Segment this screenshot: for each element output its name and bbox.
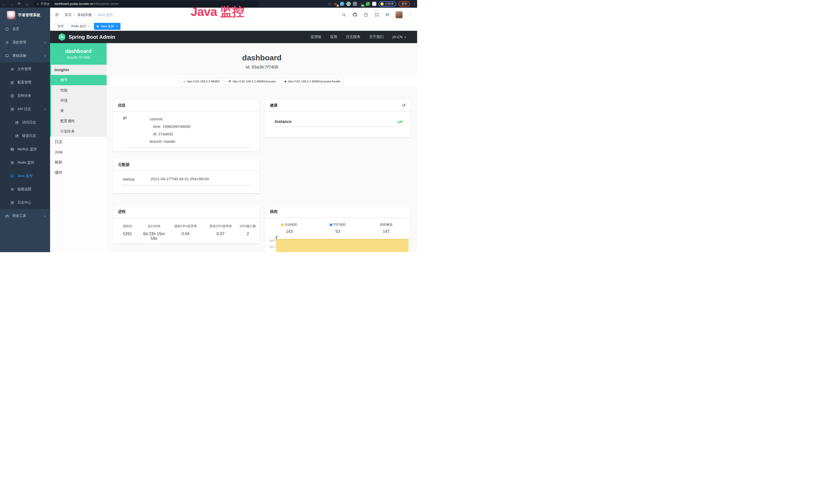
- sba-nav-wallboard[interactable]: 应用墙: [310, 35, 321, 39]
- browser-menu-icon[interactable]: ⋮: [413, 2, 415, 6]
- briefcase-icon: [5, 214, 9, 218]
- instance-menu-logs[interactable]: 日志: [50, 137, 107, 147]
- legend-item-daemon: 守护进程 53: [314, 223, 362, 234]
- instance-menu-environment[interactable]: 环境: [51, 95, 107, 106]
- sba-nav-journal[interactable]: 日志报表: [346, 35, 360, 39]
- extension-leaf-icon[interactable]: [366, 2, 370, 6]
- close-icon[interactable]: ×: [88, 25, 89, 28]
- health-instance-row: Instance UP: [265, 112, 411, 124]
- history-icon[interactable]: ↺: [402, 103, 405, 108]
- close-icon[interactable]: ×: [116, 25, 117, 28]
- table-icon: [10, 147, 14, 151]
- sidebar-item-label: 文件管理: [18, 67, 31, 71]
- sba-nav-applications[interactable]: 应用: [330, 35, 337, 39]
- browser-home-button[interactable]: ⌂: [23, 2, 31, 6]
- extension-y-icon[interactable]: y: [347, 2, 351, 6]
- instance-menu-details[interactable]: 细节: [50, 75, 107, 85]
- col-cpu-cores: CPU核心数: [238, 224, 258, 229]
- avatar[interactable]: [396, 11, 402, 18]
- heart-icon: ♥: [284, 79, 286, 84]
- tags-view-bar: 首页 Redis 监控 × Java 监控 ×: [50, 22, 417, 31]
- breadcrumb-separator: /: [74, 13, 75, 17]
- sba-logo-icon: [58, 33, 66, 41]
- app-menu: 首页 系统管理 ∨ 基础设施 ∧ 文件管理 配置管理 定时任务 API 日志: [0, 22, 50, 223]
- sidebar-item-label: 访问日志: [22, 120, 36, 125]
- breadcrumb-home[interactable]: 首页: [64, 13, 72, 17]
- metadata-card-title: 元数据: [118, 162, 129, 167]
- browser-forward-button[interactable]: →: [8, 2, 16, 6]
- bookmark-star-icon[interactable]: ☆: [328, 2, 331, 6]
- sidebar-item-infrastructure[interactable]: 基础设施 ∧: [0, 49, 50, 62]
- sidebar-item-home[interactable]: 首页: [0, 22, 50, 36]
- font-size-icon[interactable]: tT: [386, 13, 389, 17]
- tab-home[interactable]: 首页: [55, 23, 67, 30]
- sidebar-item-mysql-monitor[interactable]: MySQL 监控: [0, 142, 50, 156]
- search-icon[interactable]: [342, 13, 346, 17]
- health-url-label: http://192.168.0.2:48080/actuator/health: [288, 80, 340, 83]
- extension-switch-icon[interactable]: on: [359, 2, 364, 6]
- github-icon[interactable]: [352, 12, 357, 17]
- breadcrumb-current: Java 监控: [97, 13, 113, 17]
- sidebar-item-api-logs[interactable]: API 日志 ∧: [0, 102, 50, 116]
- sidebar-item-error-logs[interactable]: 错误日志: [0, 129, 50, 142]
- url-host: dashboard.yudao.iocoder.cn: [54, 2, 93, 6]
- sidebar-item-system-management[interactable]: 系统管理 ∨: [0, 36, 50, 49]
- instance-menu-jvm[interactable]: JVM: [50, 147, 107, 157]
- sidebar-item-dev-tools[interactable]: 研发工具 ∨: [0, 209, 50, 223]
- instance-menu-scheduled-tasks[interactable]: 计划任务: [51, 126, 107, 137]
- health-row-label: Instance: [275, 119, 291, 124]
- sidebar-item-tracing[interactable]: 链路追踪: [0, 183, 50, 196]
- sidebar-item-config-management[interactable]: 配置管理: [0, 76, 50, 89]
- hamburger-icon[interactable]: [55, 13, 59, 17]
- sidebar-item-access-logs[interactable]: 访问日志: [0, 116, 50, 129]
- instance-menu-classes[interactable]: 类: [51, 106, 107, 116]
- sidebar-item-log-center[interactable]: 日志中心: [0, 196, 50, 209]
- extension-pin-icon[interactable]: [340, 2, 344, 6]
- health-divider: [275, 126, 403, 127]
- breadcrumb-separator: /: [94, 13, 95, 17]
- edit-square-icon: [10, 201, 14, 205]
- sidebar-item-label: MySQL 监控: [18, 147, 37, 152]
- help-icon[interactable]: [364, 13, 368, 17]
- sidebar-item-java-monitor[interactable]: Java 监控: [0, 169, 50, 183]
- caret-down-icon[interactable]: ▾: [409, 13, 411, 17]
- git-id-line: id: 27aa832: [150, 130, 190, 138]
- actuator-url-button[interactable]: http://192.168.0.2:48080/actuator: [225, 77, 280, 85]
- service-url-label: http://192.168.0.2:48080/: [187, 80, 220, 83]
- browser-reload-button[interactable]: ⟳: [16, 2, 23, 6]
- threads-card-title: 线程: [270, 209, 278, 214]
- fullscreen-icon[interactable]: [375, 13, 379, 17]
- extension-grid-icon[interactable]: [353, 2, 357, 6]
- col-uptime: 运行时间: [140, 224, 168, 229]
- instance-menu-config-props[interactable]: 配置属性: [51, 116, 107, 126]
- extensions-puzzle-icon[interactable]: [372, 2, 376, 6]
- tab-java-monitor[interactable]: Java 监控 ×: [94, 23, 120, 30]
- profile-paused-chip[interactable]: 已暂停: [379, 1, 397, 7]
- y-tick-mark: [274, 240, 276, 241]
- breadcrumb-infrastructure[interactable]: 基础设施: [77, 13, 92, 17]
- sba-nav-about[interactable]: 关于我们: [369, 35, 383, 39]
- browser-back-button[interactable]: ←: [0, 2, 8, 6]
- service-url-button[interactable]: ⌂ http://192.168.0.2:48080/: [180, 77, 223, 85]
- not-secure-label[interactable]: 不安全: [41, 2, 50, 6]
- app-logo[interactable]: 芋道管理系统: [0, 8, 50, 22]
- chevron-down-icon: ∨: [404, 36, 407, 39]
- app-sidebar: 芋道管理系统 首页 系统管理 ∨ 基础设施 ∧ 文件管理 配置管理 定时任务: [0, 8, 50, 252]
- instance-menu-metrics[interactable]: 性能: [51, 85, 107, 95]
- tab-redis-monitor[interactable]: Redis 监控 ×: [68, 23, 92, 30]
- val-pid: 5261: [114, 232, 140, 241]
- tab-label: Java 监控: [101, 24, 114, 28]
- health-card-header: 健康 ↺: [265, 100, 411, 112]
- sidebar-item-file-management[interactable]: 文件管理: [0, 62, 50, 76]
- instance-menu-caches[interactable]: 缓存: [50, 167, 107, 178]
- y-tick-mark: [274, 247, 276, 247]
- browser-update-button[interactable]: 更新: [399, 1, 410, 7]
- sba-locale-select[interactable]: zh-CN ∨: [392, 35, 407, 39]
- sidebar-item-redis-monitor[interactable]: Redis 监控: [0, 156, 50, 169]
- instance-menu-mappings[interactable]: 映射: [50, 157, 107, 167]
- extension-c-icon[interactable]: C1: [334, 2, 338, 6]
- health-url-button[interactable]: ♥ http://192.168.0.2:48080/actuator/heal…: [281, 77, 344, 85]
- y-tick-140: 140: [267, 239, 274, 242]
- sidebar-item-scheduled-jobs[interactable]: 定时任务: [0, 89, 50, 102]
- sba-brand[interactable]: Spring Boot Admin: [69, 34, 115, 40]
